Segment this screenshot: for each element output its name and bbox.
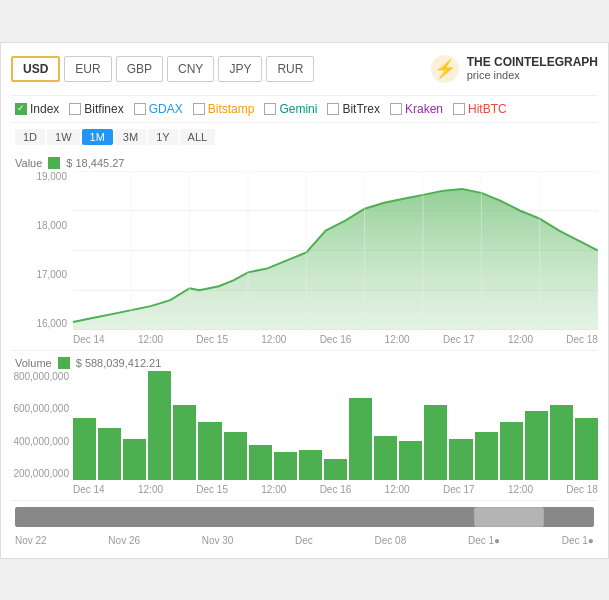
time-3m[interactable]: 3M xyxy=(115,129,146,145)
vol-bar xyxy=(525,411,548,479)
time-1m[interactable]: 1M xyxy=(82,129,113,145)
price-x-axis: Dec 14 12:00 Dec 15 12:00 Dec 16 12:00 D… xyxy=(73,330,598,350)
legend-checkbox-hitbtc[interactable] xyxy=(453,103,465,115)
vol-bar xyxy=(224,432,247,480)
nav-dec1b: Dec 1● xyxy=(562,535,594,546)
legend-label-bitfinex: Bitfinex xyxy=(84,102,123,116)
vol-bar xyxy=(249,445,272,479)
time-1y[interactable]: 1Y xyxy=(148,129,177,145)
vol-y-800m: 800,000,000 xyxy=(11,371,73,382)
volume-chart-label: Volume $ 588,039,412.21 xyxy=(11,355,598,371)
volume-chart-section: Volume $ 588,039,412.21 800,000,000 600,… xyxy=(11,355,598,501)
vol-bar xyxy=(399,441,422,479)
legend-kraken[interactable]: Kraken xyxy=(390,102,443,116)
legend-hitbtc[interactable]: HitBTC xyxy=(453,102,507,116)
legend-label-bittrex: BitTrex xyxy=(342,102,380,116)
svg-text:⚡: ⚡ xyxy=(434,58,457,80)
price-chart-container: 19,000 18,000 17,000 16,000 xyxy=(11,171,598,351)
time-all[interactable]: ALL xyxy=(180,129,216,145)
vol-bar xyxy=(550,405,573,480)
price-chart-area xyxy=(73,171,598,330)
nav-nov26: Nov 26 xyxy=(108,535,140,546)
legend-label-kraken: Kraken xyxy=(405,102,443,116)
legend-gdax[interactable]: GDAX xyxy=(134,102,183,116)
legend-checkbox-index[interactable] xyxy=(15,103,27,115)
currency-jpy[interactable]: JPY xyxy=(218,56,262,82)
legend-checkbox-kraken[interactable] xyxy=(390,103,402,115)
legend-index[interactable]: Index xyxy=(15,102,59,116)
legend-checkbox-gemini[interactable] xyxy=(264,103,276,115)
widget-container: USD EUR GBP CNY JPY RUR ⚡ THE COINTELEGR… xyxy=(0,42,609,559)
vol-bar xyxy=(374,436,397,480)
price-x-dec16: Dec 16 xyxy=(320,334,352,345)
time-1w[interactable]: 1W xyxy=(47,129,80,145)
vol-bar xyxy=(349,398,372,480)
vol-bar xyxy=(148,371,171,480)
vol-y-400m: 400,000,000 xyxy=(11,436,73,447)
price-x-1200a: 12:00 xyxy=(138,334,163,345)
navigator-labels: Nov 22 Nov 26 Nov 30 Dec Dec 08 Dec 1● D… xyxy=(11,533,598,548)
header: USD EUR GBP CNY JPY RUR ⚡ THE COINTELEGR… xyxy=(11,53,598,85)
legend-label-gemini: Gemini xyxy=(279,102,317,116)
vol-x-1200d: 12:00 xyxy=(508,484,533,495)
nav-nov22: Nov 22 xyxy=(15,535,47,546)
nav-dec1a: Dec 1● xyxy=(468,535,500,546)
legend-checkbox-bittrex[interactable] xyxy=(327,103,339,115)
vol-y-600m: 600,000,000 xyxy=(11,403,73,414)
legend-bar: Index Bitfinex GDAX Bitstamp Gemini BitT… xyxy=(11,95,598,123)
nav-dec: Dec xyxy=(295,535,313,546)
price-x-dec14: Dec 14 xyxy=(73,334,105,345)
nav-dec08: Dec 08 xyxy=(375,535,407,546)
price-label-text: Value xyxy=(15,157,42,169)
price-x-dec15: Dec 15 xyxy=(196,334,228,345)
legend-checkbox-bitstamp[interactable] xyxy=(193,103,205,115)
currency-selector: USD EUR GBP CNY JPY RUR xyxy=(11,56,314,82)
price-x-1200d: 12:00 xyxy=(508,334,533,345)
currency-eur[interactable]: EUR xyxy=(64,56,111,82)
vol-x-1200b: 12:00 xyxy=(261,484,286,495)
vol-bar xyxy=(424,405,447,480)
vol-bar xyxy=(173,405,196,480)
vol-x-dec16: Dec 16 xyxy=(320,484,352,495)
legend-bitfinex[interactable]: Bitfinex xyxy=(69,102,123,116)
legend-bitstamp[interactable]: Bitstamp xyxy=(193,102,255,116)
price-legend-sq xyxy=(48,157,60,169)
logo-text: THE COINTELEGRAPH price index xyxy=(467,55,598,83)
time-range-selector: 1D 1W 1M 3M 1Y ALL xyxy=(11,123,598,151)
price-x-dec18: Dec 18 xyxy=(566,334,598,345)
navigator[interactable] xyxy=(15,507,594,527)
currency-usd[interactable]: USD xyxy=(11,56,60,82)
vol-bar xyxy=(299,450,322,480)
volume-x-axis: Dec 14 12:00 Dec 15 12:00 Dec 16 12:00 D… xyxy=(73,480,598,500)
navigator-handle[interactable] xyxy=(474,507,544,527)
vol-bar xyxy=(575,418,598,479)
currency-cny[interactable]: CNY xyxy=(167,56,214,82)
legend-gemini[interactable]: Gemini xyxy=(264,102,317,116)
vol-x-1200a: 12:00 xyxy=(138,484,163,495)
vol-x-dec17: Dec 17 xyxy=(443,484,475,495)
vol-y-200m: 200,000,000 xyxy=(11,468,73,479)
time-1d[interactable]: 1D xyxy=(15,129,45,145)
legend-label-bitstamp: Bitstamp xyxy=(208,102,255,116)
legend-bittrex[interactable]: BitTrex xyxy=(327,102,380,116)
vol-bar xyxy=(324,459,347,479)
volume-legend-sq xyxy=(58,357,70,369)
vol-bar xyxy=(274,452,297,479)
price-y-18000: 18,000 xyxy=(11,220,71,231)
price-y-17000: 17,000 xyxy=(11,269,71,280)
volume-current-value: $ 588,039,412.21 xyxy=(76,357,162,369)
vol-x-dec15: Dec 15 xyxy=(196,484,228,495)
price-x-dec17: Dec 17 xyxy=(443,334,475,345)
vol-bar xyxy=(198,422,221,479)
price-y-axis: 19,000 18,000 17,000 16,000 xyxy=(11,171,71,330)
vol-bar xyxy=(475,432,498,480)
currency-gbp[interactable]: GBP xyxy=(116,56,163,82)
vol-bar xyxy=(123,439,146,480)
vol-x-dec14: Dec 14 xyxy=(73,484,105,495)
currency-rur[interactable]: RUR xyxy=(266,56,314,82)
logo-icon: ⚡ xyxy=(429,53,461,85)
vol-bar xyxy=(449,439,472,480)
legend-checkbox-bitfinex[interactable] xyxy=(69,103,81,115)
price-x-1200c: 12:00 xyxy=(385,334,410,345)
legend-checkbox-gdax[interactable] xyxy=(134,103,146,115)
